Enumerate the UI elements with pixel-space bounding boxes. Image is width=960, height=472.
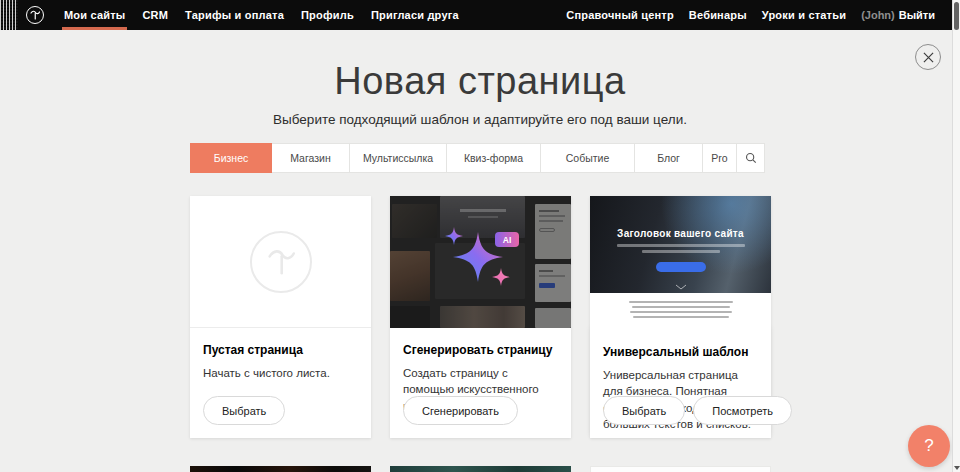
preview-text-line <box>642 250 720 253</box>
nav-my-sites[interactable]: Мои сайты <box>64 0 125 30</box>
card-title: Сгенерировать страницу <box>403 343 558 357</box>
nav-lessons[interactable]: Уроки и статьи <box>762 9 846 21</box>
preview-hero-title: Заголовок вашего сайта <box>590 228 771 239</box>
top-navbar: Мои сайты CRM Тарифы и оплата Профиль Пр… <box>0 0 952 30</box>
new-page-dialog: Мои сайты CRM Тарифы и оплата Профиль Пр… <box>0 0 960 472</box>
card-info: Пустая страница Начать с чистого листа. <box>190 328 371 381</box>
nav-webinars[interactable]: Вебинары <box>689 9 747 21</box>
tab-shop[interactable]: Магазин <box>271 143 350 173</box>
nav-label: Вебинары <box>689 9 747 21</box>
template-card-partial[interactable] <box>190 466 371 472</box>
template-card-partial[interactable] <box>390 466 571 472</box>
nav-label: Мои сайты <box>64 9 125 21</box>
nav-label: Профиль <box>301 9 354 21</box>
tab-multilink[interactable]: Мультиссылка <box>349 143 447 173</box>
nav-crm[interactable]: CRM <box>142 0 168 30</box>
scrollbar-down-arrow-icon[interactable] <box>954 466 960 470</box>
card-description: Начать с чистого листа. <box>203 365 358 381</box>
preview-text-line <box>633 316 729 318</box>
help-button[interactable]: ? <box>908 425 950 467</box>
page-subtitle: Выберите подходящий шаблон и адаптируйте… <box>0 112 960 127</box>
template-card-universal: Заголовок вашего сайта Универсальный шаб… <box>590 196 771 438</box>
tilda-logo-icon[interactable] <box>26 6 44 24</box>
tilda-ghost-logo-icon <box>250 231 312 293</box>
logout-link[interactable]: Выйти <box>899 9 935 21</box>
card-actions: Выбрать Посмотреть <box>603 396 792 425</box>
nav-right: Справочный центр Вебинары Уроки и статьи… <box>566 9 935 21</box>
tab-blog[interactable]: Блог <box>634 143 703 173</box>
ai-template-preview: AI <box>390 196 571 328</box>
chevron-down-icon <box>675 284 687 290</box>
generate-button[interactable]: Сгенерировать <box>403 396 518 425</box>
tab-pro[interactable]: Pro <box>702 143 737 173</box>
user-logout[interactable]: (John) Выйти <box>861 9 935 21</box>
card-actions: Выбрать <box>203 396 285 425</box>
tab-business[interactable]: Бизнес <box>190 143 272 173</box>
preview-text-section <box>590 293 771 330</box>
nav-label: Тарифы и оплата <box>185 9 284 21</box>
card-title: Универсальный шаблон <box>603 345 758 359</box>
choose-blank-button[interactable]: Выбрать <box>203 396 285 425</box>
choose-universal-button[interactable]: Выбрать <box>603 396 685 425</box>
preview-cta-button <box>656 262 706 272</box>
nav-label: CRM <box>142 9 168 21</box>
nav-label: Уроки и статьи <box>762 9 846 21</box>
tab-search[interactable] <box>736 143 765 173</box>
nav-tariffs[interactable]: Тарифы и оплата <box>185 0 284 30</box>
template-category-tabs: Бизнес Магазин Мультиссылка Квиз-форма С… <box>190 143 771 173</box>
template-card-ai-generate: AI Сгенерировать страницу Создать страни… <box>390 196 571 438</box>
ai-sparkle-icon <box>390 196 571 328</box>
nav-profile[interactable]: Профиль <box>301 0 354 30</box>
ai-badge: AI <box>495 232 519 247</box>
scrollbar[interactable] <box>952 0 960 472</box>
nav-label: Пригласи друга <box>371 9 459 21</box>
preview-text-line <box>632 306 730 308</box>
nav-help-center[interactable]: Справочный центр <box>566 9 674 21</box>
scrollbar-thumb[interactable] <box>954 2 959 30</box>
search-icon <box>745 152 757 164</box>
preview-text-line <box>617 244 745 247</box>
blank-template-preview <box>190 196 371 328</box>
nav-left: Мои сайты CRM Тарифы и оплата Профиль Пр… <box>64 0 459 30</box>
template-card-partial[interactable] <box>590 466 771 472</box>
active-tab-underline <box>62 27 127 30</box>
tab-event[interactable]: Событие <box>540 143 635 173</box>
nav-label: Справочный центр <box>566 9 674 21</box>
preview-universal-button[interactable]: Посмотреть <box>693 396 792 425</box>
template-card-blank: Пустая страница Начать с чистого листа. … <box>190 196 371 438</box>
card-title: Пустая страница <box>203 343 358 357</box>
card-actions: Сгенерировать <box>403 396 518 425</box>
decorative-wave-pattern <box>0 0 18 30</box>
preview-text-line <box>630 311 732 313</box>
universal-template-preview: Заголовок вашего сайта <box>590 196 771 293</box>
user-name: (John) <box>861 9 895 21</box>
preview-text-line <box>629 301 733 303</box>
nav-invite-friend[interactable]: Пригласи друга <box>371 0 459 30</box>
tab-quiz-form[interactable]: Квиз-форма <box>446 143 541 173</box>
page-title: Новая страница <box>0 60 960 103</box>
